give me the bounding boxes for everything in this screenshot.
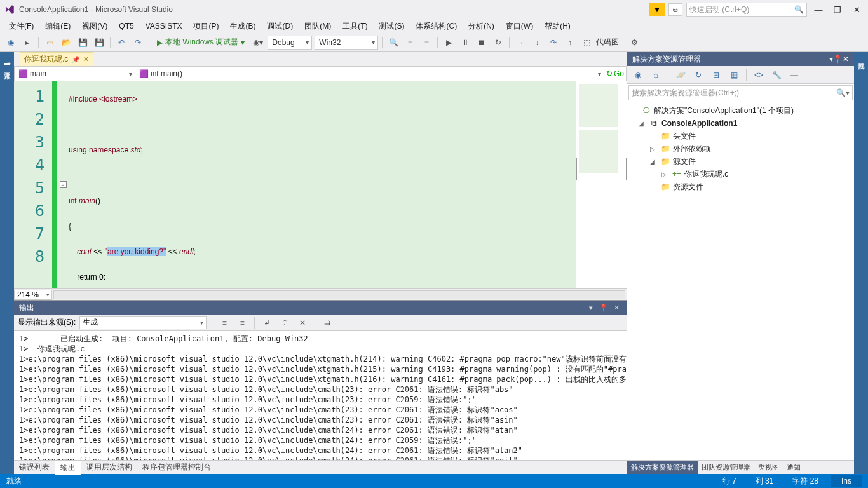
btab-pkgmgr[interactable]: 程序包管理器控制台: [137, 460, 216, 475]
se-code-icon[interactable]: <>: [752, 68, 766, 82]
tree-solution[interactable]: ⎔解决方案"ConsoleApplication1"(1 个项目): [627, 104, 854, 117]
close-tab-icon[interactable]: ✕: [83, 55, 89, 64]
output-header[interactable]: 输出 ▾ 📍 ✕: [14, 301, 627, 315]
menu-view[interactable]: 视图(V): [77, 20, 112, 33]
scope-combo[interactable]: 🟪main: [15, 67, 135, 81]
menu-help[interactable]: 帮助(H): [539, 20, 576, 33]
restore-button[interactable]: ❐: [830, 3, 845, 16]
minimize-button[interactable]: —: [811, 3, 826, 16]
step-into-icon[interactable]: ↓: [530, 36, 544, 50]
out-goto-icon[interactable]: ⤴: [278, 316, 292, 330]
se-more-icon[interactable]: —: [787, 68, 801, 82]
start-wo-debug-icon[interactable]: ▶: [442, 36, 456, 50]
solexp-close-icon[interactable]: ✕: [843, 55, 849, 64]
sbtab-team[interactable]: 团队资源管理器: [698, 461, 754, 474]
se-sync-icon[interactable]: 🪐: [674, 68, 688, 82]
minimap[interactable]: [576, 81, 627, 288]
menu-arch[interactable]: 体系结构(C): [410, 20, 462, 33]
notification-icon[interactable]: ▾: [649, 3, 665, 16]
menu-tools[interactable]: 工具(T): [337, 20, 372, 33]
debug-target-icon[interactable]: ◉▾: [251, 36, 265, 50]
comment-icon[interactable]: ≡: [403, 36, 417, 50]
file-tab[interactable]: 你逗我玩呢.c 📌 ✕: [20, 52, 93, 66]
stop-icon[interactable]: ⏹: [475, 36, 489, 50]
go-button[interactable]: ↻Go: [604, 67, 626, 81]
tree-headers[interactable]: 📁头文件: [627, 130, 854, 142]
step-icon[interactable]: →: [513, 36, 527, 50]
tree-file[interactable]: ▷++你逗我玩呢.c: [627, 168, 854, 180]
solexp-search[interactable]: 搜索解决方案资源管理器(Ctrl+;)🔍▾: [628, 85, 853, 100]
output-close-icon[interactable]: ✕: [611, 302, 621, 313]
zoom-combo[interactable]: 214 %: [14, 290, 52, 300]
se-props-icon[interactable]: 🔧: [770, 68, 783, 82]
solexp-pin-icon[interactable]: 📍: [833, 55, 843, 64]
tree-sources[interactable]: ◢📁源文件: [627, 155, 854, 168]
menu-qt5[interactable]: QT5: [114, 20, 139, 32]
nav-back-icon[interactable]: ◉: [4, 36, 18, 50]
quick-launch-input[interactable]: 快速启动 (Ctrl+Q)🔍: [686, 3, 807, 17]
nav-fwd-icon[interactable]: ▸: [20, 36, 34, 50]
sbtab-notif[interactable]: 通知: [783, 461, 804, 474]
tree-project[interactable]: ◢⧉ConsoleApplication1: [627, 117, 854, 130]
menu-file[interactable]: 文件(F): [4, 20, 39, 33]
server-explorer-tab[interactable]: 服务器资源管理器: [1, 55, 13, 60]
menu-build[interactable]: 生成(B): [225, 20, 261, 33]
save-icon[interactable]: 💾: [76, 36, 90, 50]
out-wrap-icon[interactable]: ↲: [260, 316, 274, 330]
btab-errors[interactable]: 错误列表: [14, 460, 55, 475]
uncomment-icon[interactable]: ≡: [419, 36, 433, 50]
step-out-icon[interactable]: ↑: [563, 36, 577, 50]
start-debug-button[interactable]: ▶ 本地 Windows 调试器 ▾: [153, 36, 248, 50]
menu-debug[interactable]: 调试(D): [262, 20, 298, 33]
save-all-icon[interactable]: 💾: [92, 36, 106, 50]
menu-edit[interactable]: 编辑(E): [40, 20, 76, 33]
se-back-icon[interactable]: ◉: [631, 68, 645, 82]
btab-output[interactable]: 输出: [55, 460, 81, 475]
out-clear2-icon[interactable]: ✕: [295, 316, 309, 330]
toolbox-tab[interactable]: 工具箱: [1, 65, 13, 70]
pause-icon[interactable]: ⏸: [458, 36, 472, 50]
code-editor[interactable]: 12345678 − #include <iostream> using nam…: [14, 81, 576, 288]
menu-project[interactable]: 项目(P): [188, 20, 224, 33]
menu-vassistx[interactable]: VASSISTX: [140, 20, 187, 32]
out-next-icon[interactable]: ⇉: [320, 316, 334, 330]
feedback-icon[interactable]: ☺: [668, 3, 682, 16]
tree-resources[interactable]: 📁资源文件: [627, 180, 854, 193]
config-combo[interactable]: Debug: [268, 36, 312, 50]
output-pin-icon[interactable]: 📍: [599, 302, 609, 313]
se-collapse-icon[interactable]: ⊟: [709, 68, 723, 82]
step-over-icon[interactable]: ↷: [546, 36, 560, 50]
codemap-label[interactable]: 代码图: [596, 37, 619, 48]
tree-external[interactable]: ▷📁外部依赖项: [627, 142, 854, 155]
output-text[interactable]: 1>------ 已启动生成: 项目: ConsoleApplication1,…: [14, 331, 627, 460]
se-home-icon[interactable]: ⌂: [649, 68, 663, 82]
redo-icon[interactable]: ↷: [131, 36, 145, 50]
close-button[interactable]: ✕: [849, 3, 864, 16]
output-dropdown-icon[interactable]: ▾: [586, 302, 596, 313]
solexp-header[interactable]: 解决方案资源管理器 ▾ 📍 ✕: [627, 52, 854, 66]
restart-icon[interactable]: ↻: [491, 36, 505, 50]
properties-tab[interactable]: 属性: [855, 55, 867, 60]
out-clear-icon[interactable]: ≡: [217, 316, 231, 330]
output-source-combo[interactable]: 生成: [79, 316, 207, 329]
menu-window[interactable]: 窗口(W): [501, 20, 538, 33]
menu-team[interactable]: 团队(M): [299, 20, 336, 33]
se-refresh-icon[interactable]: ↻: [691, 68, 705, 82]
misc-icon[interactable]: ⚙: [627, 36, 641, 50]
horizontal-scrollbar[interactable]: [53, 290, 625, 299]
hex-icon[interactable]: ⬚: [580, 36, 593, 50]
open-icon[interactable]: 📂: [59, 36, 73, 50]
find-icon[interactable]: 🔍: [386, 36, 400, 50]
new-project-icon[interactable]: ▭: [43, 36, 57, 50]
platform-combo[interactable]: Win32: [315, 36, 378, 50]
solution-tree[interactable]: ⎔解决方案"ConsoleApplication1"(1 个项目) ◢⧉Cons…: [627, 102, 854, 460]
undo-icon[interactable]: ↶: [114, 36, 128, 50]
out-toggle-icon[interactable]: ≡: [235, 316, 249, 330]
menu-analyze[interactable]: 分析(N): [463, 20, 499, 33]
btab-callhier[interactable]: 调用层次结构: [81, 460, 137, 475]
member-combo[interactable]: 🟪int main(): [135, 67, 604, 81]
pin-icon[interactable]: 📌: [72, 56, 79, 63]
menu-test[interactable]: 测试(S): [374, 20, 409, 33]
code-area[interactable]: #include <iostream> using namespace std;…: [69, 81, 576, 288]
sbtab-classview[interactable]: 类视图: [754, 461, 783, 474]
